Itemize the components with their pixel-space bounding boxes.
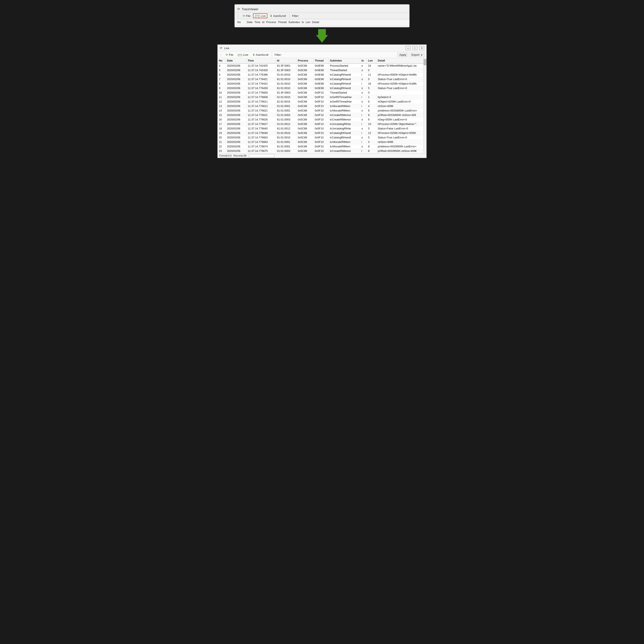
table-row: 162020/02/0611:37:14.77662681:01:00030x5… <box>218 117 423 122</box>
table-row: 42020/02/0611:37:14.74242581:3F:00010x5C… <box>218 63 423 68</box>
cell-detail: pOffset=0033f000h cbSize=409€ <box>376 149 423 153</box>
bottom-live-button[interactable]: ((•)) Live <box>236 53 250 57</box>
top-col-len: Len <box>306 20 312 24</box>
table-row: 52020/02/0611:37:14.74242681:3F:00030x5C… <box>218 68 423 73</box>
bottom-autoscroll-button[interactable]: ⬇ AutoScroll <box>251 53 270 57</box>
cell-subindex: tcAllocateRtMem: <box>329 104 360 108</box>
toolbar-drag-handle[interactable]: ⋮ <box>236 14 240 18</box>
cell-date: 2020/02/06 <box>225 99 246 104</box>
top-autoscroll-button[interactable]: ⬇ AutoScroll <box>268 14 287 18</box>
cell-len: 4 <box>367 140 376 144</box>
bottom-file-button[interactable]: ⟳ File <box>224 53 235 57</box>
cell-date: 2020/02/06 <box>225 104 246 108</box>
cell-process: 0x5C88 <box>296 108 313 113</box>
file-icon: ⟳ <box>243 14 245 18</box>
cell-thread: 0x5E98 <box>313 77 328 82</box>
cell-io: i <box>360 149 367 153</box>
cell-date: 2020/02/06 <box>225 117 246 122</box>
cell-no: 10 <box>218 91 225 95</box>
cell-detail: pOffset=0033d000h cbSize=409 <box>376 113 423 117</box>
cell-detail: hProcess=0258h hObject=5c88h <box>376 82 423 86</box>
cell-time: 11:37:14.776422 <box>246 82 275 86</box>
window-title: Live <box>224 47 404 50</box>
cell-thread: 0x5E98 <box>313 68 328 73</box>
cell-time: 11:37:14.776612 <box>246 104 275 108</box>
vertical-scrollbar[interactable] <box>423 58 426 153</box>
progress-bar <box>249 154 275 157</box>
cell-id: 81:01:0010 <box>276 77 297 82</box>
top-live-button[interactable]: ((•)) Live <box>253 13 267 18</box>
cell-no: 19 <box>218 131 225 135</box>
col-header-thread: Thread <box>313 58 328 63</box>
cell-no: 21 <box>218 140 225 144</box>
cell-id: 81:3F:0001 <box>276 63 297 68</box>
cell-thread: 0x5E98 <box>313 73 328 77</box>
cell-time: 11:37:14.776675 <box>246 149 275 153</box>
cell-date: 2020/02/06 <box>225 91 246 95</box>
cell-time: 11:37:14.776421 <box>246 77 275 82</box>
cell-io: o <box>360 77 367 82</box>
top-file-button[interactable]: ⟳ File <box>241 14 252 18</box>
cell-len: 0 <box>367 91 376 95</box>
bottom-autoscroll-icon: ⬇ <box>253 53 255 56</box>
cell-time: 11:37:14.776664 <box>246 140 275 144</box>
cell-process: 0x5C88 <box>296 140 313 144</box>
cell-detail: hProcess=0258h hObject=5f30h <box>376 131 423 135</box>
minimize-button[interactable]: — <box>405 46 411 50</box>
maximize-button[interactable]: □ <box>412 46 417 50</box>
bottom-filter-label: Filter: <box>275 53 282 56</box>
cell-date: 2020/02/06 <box>225 149 246 153</box>
cell-len: 8 <box>367 144 376 149</box>
cell-thread: 0x5F10 <box>313 117 328 122</box>
cell-date: 2020/02/06 <box>225 144 246 149</box>
table-row: 102020/02/0611:37:14.77660081:3F:00030x5… <box>218 91 423 95</box>
cell-len: 5 <box>367 135 376 140</box>
cell-subindex: tcCatalogRtHandl <box>329 77 360 82</box>
cell-no: 20 <box>218 135 225 140</box>
cell-len: 10 <box>367 122 376 126</box>
cell-len: 24 <box>367 63 376 68</box>
cell-detail: pAddress=0033f000h LastError= <box>376 144 423 149</box>
scrollbar-thumb[interactable] <box>424 59 426 65</box>
cell-io: o <box>360 108 367 113</box>
cell-id: 81:01:0015 <box>276 99 297 104</box>
col-header-time: Time <box>246 58 275 63</box>
cell-date: 2020/02/06 <box>225 82 246 86</box>
cell-no: 12 <box>218 99 225 104</box>
cell-io: i <box>360 122 367 126</box>
cell-time: 11:37:14.742425 <box>246 63 275 68</box>
cell-len: 5 <box>367 86 376 91</box>
table-row: 222020/02/0611:37:14.77667481:01:00010x5… <box>218 144 423 149</box>
bottom-wifi-icon: ((•)) <box>238 53 242 56</box>
top-col-id: Id <box>262 20 266 24</box>
cell-thread: 0x5F10 <box>313 91 328 95</box>
cell-len: 1 <box>367 95 376 99</box>
cell-subindex: tcUncatalogRtHar <box>329 122 360 126</box>
cell-no: 5 <box>218 68 225 73</box>
bottom-toolbar-handle[interactable]: ⋮ <box>219 53 223 57</box>
cell-thread: 0x5E98 <box>313 86 328 91</box>
cell-id: 01:01:0003 <box>276 149 297 153</box>
export-button[interactable]: Export ▼ <box>410 53 425 57</box>
window-controls: — □ ✕ <box>405 46 424 50</box>
cell-io: o <box>360 144 367 149</box>
cell-len: 8 <box>367 113 376 117</box>
col-header-process: Process <box>296 58 313 63</box>
top-column-headers: No Date Time Id Process Thread Subindex … <box>235 19 409 25</box>
top-col-process: Process <box>266 20 278 24</box>
cell-subindex: tcCreateRtMemor <box>329 117 360 122</box>
apply-button[interactable]: Apply <box>397 53 408 57</box>
cell-subindex: tcCatalogRtHandl <box>329 131 360 135</box>
cell-thread: 0x5F10 <box>313 95 328 99</box>
cell-date: 2020/02/06 <box>225 73 246 77</box>
cell-detail: hObject=0258h LastError=0 <box>376 99 423 104</box>
window-title-bar: ⟳ Live — □ ✕ <box>218 45 426 52</box>
top-col-no: No <box>237 20 243 24</box>
cell-date: 2020/02/06 <box>225 122 246 126</box>
cell-thread: 0x5F10 <box>313 104 328 108</box>
cell-detail: Status=True LastError=0 <box>376 86 423 91</box>
cell-io: o <box>360 117 367 122</box>
table-row: 82020/02/0611:37:14.77642281:01:00100x5C… <box>218 82 423 86</box>
cell-id: 81:01:0001 <box>276 144 297 149</box>
close-button[interactable]: ✕ <box>419 46 424 50</box>
